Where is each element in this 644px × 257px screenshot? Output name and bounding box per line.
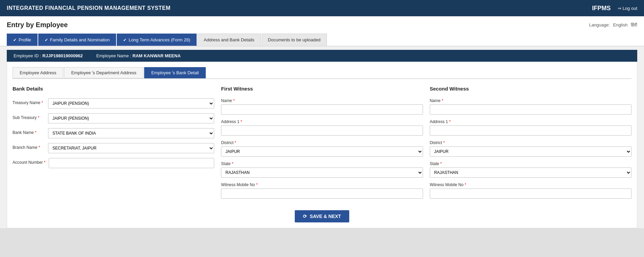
- second-witness-address-group: Address 1 * jaipur: [430, 119, 631, 136]
- sub-treasury-label: Sub Treasury *: [13, 113, 45, 120]
- header-right: IFPMS ⇒ Log out: [592, 5, 637, 12]
- sub-tab-employee-address[interactable]: Employee Address: [13, 67, 63, 78]
- bank-details-column: Bank Details Treasury Name * JAIPUR (PEN…: [13, 86, 214, 203]
- second-witness-mobile-group: Witness Mobile No * 9414667952: [430, 182, 631, 199]
- first-witness-address-group: Address 1 * jaipur: [221, 119, 423, 136]
- main-content: Employee Address Employee 's Department …: [7, 62, 637, 228]
- tab-profile[interactable]: ✔ Profile: [7, 34, 38, 46]
- second-witness-state-group: State * RAJASTHAN: [430, 161, 631, 178]
- logout-icon: ⇒: [618, 6, 621, 11]
- save-next-button[interactable]: ⟳ SAVE & NEXT: [295, 210, 349, 222]
- second-witness-district-label: District *: [430, 140, 631, 145]
- lang-hindi-link[interactable]: हिंदी: [631, 22, 637, 27]
- bank-name-label: Bank Name *: [13, 128, 45, 135]
- tab-advances[interactable]: ✔ Long Term Advances (Form 28): [117, 34, 197, 46]
- branch-name-label: Branch Name *: [13, 143, 45, 150]
- check-icon: ✔: [13, 38, 17, 42]
- bank-name-select[interactable]: STATE BANK OF INDIA: [48, 128, 214, 138]
- second-witness-district-group: District * JAIPUR: [430, 140, 631, 157]
- account-number-group: Account Number * 51089031130: [13, 158, 214, 168]
- first-witness-address-label: Address 1 *: [221, 119, 423, 124]
- first-witness-name-label: Name *: [221, 98, 423, 103]
- tab-address[interactable]: Address and Bank Details: [197, 34, 261, 46]
- first-witness-mobile-group: Witness Mobile No * 9001119448: [221, 182, 423, 199]
- employee-id-label: Employee ID : RJJP198019000962: [14, 53, 83, 58]
- second-witness-address-label: Address 1 *: [430, 119, 631, 124]
- first-witness-district-label: District *: [221, 140, 423, 145]
- first-witness-name-group: Name * Birjesh katariya: [221, 98, 423, 115]
- page-title-bar: Entry by Employee Language: English हिंद…: [0, 16, 644, 34]
- second-witness-mobile-label: Witness Mobile No *: [430, 182, 631, 187]
- save-icon: ⟳: [303, 214, 307, 219]
- first-witness-state-select[interactable]: RAJASTHAN: [221, 167, 423, 178]
- check-icon-advances: ✔: [123, 38, 127, 42]
- first-witness-state-group: State * RAJASTHAN: [221, 161, 423, 178]
- sub-tab-bank-detail[interactable]: Employee 's Bank Detail: [144, 67, 206, 78]
- tab-documents[interactable]: Documents to be uploaded: [262, 34, 327, 46]
- first-witness-mobile-input[interactable]: 9001119448: [221, 189, 423, 199]
- bank-name-group: Bank Name * STATE BANK OF INDIA: [13, 128, 214, 138]
- second-witness-name-label: Name *: [430, 98, 631, 103]
- first-witness-district-group: District * JAIPUR: [221, 140, 423, 157]
- second-witness-column: Second Witness Name * Himmat singh Addre…: [430, 86, 631, 203]
- check-icon-family: ✔: [45, 38, 48, 42]
- treasury-name-label: Treasury Name *: [13, 98, 45, 105]
- second-witness-name-group: Name * Himmat singh: [430, 98, 631, 115]
- form-columns: Bank Details Treasury Name * JAIPUR (PEN…: [13, 86, 631, 203]
- first-witness-header: First Witness: [221, 86, 423, 93]
- second-witness-state-label: State *: [430, 161, 631, 166]
- first-witness-mobile-label: Witness Mobile No *: [221, 182, 423, 187]
- second-witness-district-select[interactable]: JAIPUR: [430, 146, 631, 157]
- bottom-spacer: [0, 228, 644, 257]
- second-witness-header: Second Witness: [430, 86, 631, 93]
- branch-name-group: Branch Name * SECRETARIAT, JAIPUR: [13, 143, 214, 153]
- employee-info-bar: Employee ID : RJJP198019000962 Employee …: [7, 50, 637, 62]
- sub-tab-bar: Employee Address Employee 's Department …: [13, 67, 631, 79]
- first-witness-name-input[interactable]: Birjesh katariya: [221, 104, 423, 115]
- button-row: ⟳ SAVE & NEXT: [13, 210, 631, 222]
- treasury-name-group: Treasury Name * JAIPUR (PENSION): [13, 98, 214, 108]
- second-witness-address-input[interactable]: jaipur: [430, 125, 631, 136]
- tab-family[interactable]: ✔ Family Details and Nomination: [38, 34, 116, 46]
- employee-name-label: Employee Name : RAM KANWAR MEENA: [96, 53, 181, 58]
- second-witness-name-input[interactable]: Himmat singh: [430, 104, 631, 115]
- treasury-name-select[interactable]: JAIPUR (PENSION): [48, 98, 214, 108]
- ifpms-label: IFPMS: [592, 5, 611, 12]
- tab-bar: ✔ Profile ✔ Family Details and Nominatio…: [0, 34, 644, 46]
- second-witness-mobile-input[interactable]: 9414667952: [430, 189, 631, 199]
- second-witness-state-select[interactable]: RAJASTHAN: [430, 167, 631, 178]
- account-number-input[interactable]: 51089031130: [49, 158, 214, 168]
- sub-treasury-group: Sub Treasury * JAIPUR (PENSION): [13, 113, 214, 123]
- lang-english-link[interactable]: English: [613, 22, 628, 27]
- page-title: Entry by Employee: [7, 21, 68, 29]
- app-title: INTEGRATED FINANCIAL PENSION MANAGEMENT …: [7, 5, 171, 11]
- sub-treasury-select[interactable]: JAIPUR (PENSION): [48, 113, 214, 123]
- account-number-label: Account Number *: [13, 158, 45, 165]
- first-witness-address-input[interactable]: jaipur: [221, 125, 423, 136]
- branch-name-select[interactable]: SECRETARIAT, JAIPUR: [48, 143, 214, 153]
- first-witness-state-label: State *: [221, 161, 423, 166]
- logout-button[interactable]: ⇒ Log out: [618, 6, 637, 11]
- bank-details-header: Bank Details: [13, 86, 214, 93]
- first-witness-district-select[interactable]: JAIPUR: [221, 146, 423, 157]
- sub-tab-dept-address[interactable]: Employee 's Department Address: [64, 67, 143, 78]
- first-witness-column: First Witness Name * Birjesh katariya Ad…: [221, 86, 423, 203]
- language-selector: Language: English हिंदी: [589, 22, 637, 28]
- top-header: INTEGRATED FINANCIAL PENSION MANAGEMENT …: [0, 0, 644, 16]
